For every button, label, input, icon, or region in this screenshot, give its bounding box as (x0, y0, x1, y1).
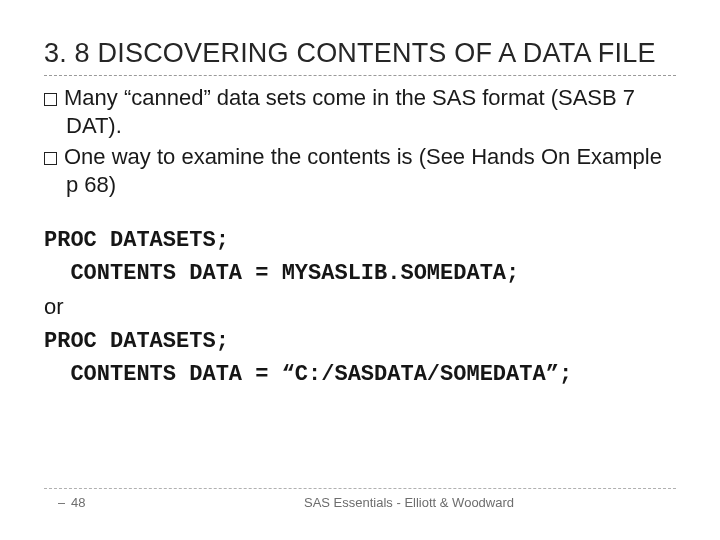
slide-footer: 48 SAS Essentials - Elliott & Woodward (44, 488, 676, 510)
code-line: PROC DATASETS; (44, 329, 229, 354)
code-line: CONTENTS DATA = “C:/SASDATA/SOMEDATA”; (44, 362, 572, 387)
page-number-text: 48 (71, 495, 85, 510)
square-bullet-icon (44, 152, 57, 165)
code-or: or (44, 294, 64, 319)
bullet-text: Many “canned” data sets come in the SAS … (64, 85, 635, 138)
footer-divider (44, 488, 676, 489)
title-divider (44, 75, 676, 76)
code-block: PROC DATASETS; CONTENTS DATA = MYSASLIB.… (44, 224, 676, 391)
bullet-item: Many “canned” data sets come in the SAS … (44, 84, 676, 139)
tick-icon (58, 503, 65, 504)
footer-attribution: SAS Essentials - Elliott & Woodward (258, 495, 676, 510)
bullet-list: Many “canned” data sets come in the SAS … (44, 84, 676, 198)
slide: 3. 8 DISCOVERING CONTENTS OF A DATA FILE… (0, 0, 720, 540)
footer-row: 48 SAS Essentials - Elliott & Woodward (44, 495, 676, 510)
slide-title: 3. 8 DISCOVERING CONTENTS OF A DATA FILE (44, 38, 676, 69)
code-line: CONTENTS DATA = MYSASLIB.SOMEDATA; (44, 261, 519, 286)
page-number: 48 (44, 495, 258, 510)
bullet-text: One way to examine the contents is (See … (64, 144, 662, 197)
square-bullet-icon (44, 93, 57, 106)
code-line: PROC DATASETS; (44, 228, 229, 253)
bullet-item: One way to examine the contents is (See … (44, 143, 676, 198)
